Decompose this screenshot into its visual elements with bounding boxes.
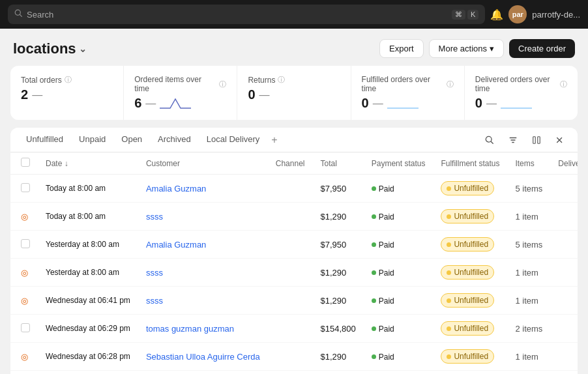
row-customer[interactable]: ssss [138,203,268,231]
row-customer[interactable]: Sebastian Ulloa Aguirre Cerda [138,343,268,371]
table-row[interactable]: ◎Yesterday at 8:00 amssss$1,290PaidUnful… [10,259,578,287]
nav-right: 🔔 par parrotfy-de... [490,5,580,23]
payment-label: Paid [379,184,394,194]
orders-table-container: Date ↓ Customer Channel Total Payment st… [10,152,578,374]
stat-total-orders-label: Total orders [21,76,62,85]
row-channel [268,175,313,203]
select-all-checkbox[interactable] [21,158,30,167]
col-total[interactable]: Total [312,152,363,175]
row-delivery-status [550,287,578,315]
sort-button[interactable] [550,130,570,150]
fulfillment-label: Unfulfilled [454,184,488,193]
row-customer[interactable]: Amalia Guzman [138,175,268,203]
row-delivery-status [550,231,578,259]
tab-unpaid[interactable]: Unpaid [71,128,113,152]
stat-fulfilled-orders-dash: — [373,98,383,109]
row-date: Wednesday at 06:28 pm [38,343,138,371]
col-payment-status[interactable]: Payment status [364,152,434,175]
search-orders-button[interactable] [480,130,499,150]
col-channel[interactable]: Channel [268,152,313,175]
columns-button[interactable] [527,130,546,150]
search-icon [14,9,23,20]
table-row[interactable]: Today at 8:00 amAmalia Guzman$7,950PaidU… [10,175,578,203]
row-payment-status: Paid [364,259,434,287]
row-total: $154,800 [312,371,363,375]
payment-label: Paid [379,296,394,306]
row-customer[interactable]: ssss [138,259,268,287]
payment-label: Paid [379,212,394,222]
delivered-orders-chart [501,96,532,111]
stat-ordered-items-info-icon: ⓘ [219,79,226,89]
row-channel [268,287,313,315]
stat-ordered-items-dash: — [145,98,156,109]
row-total: $1,290 [312,259,363,287]
location-icon: ◎ [21,268,28,278]
table-row[interactable]: Wednesday at 06:29 pmtomas guzman guzman… [10,315,578,343]
tab-add-button[interactable]: + [267,129,281,151]
row-payment-status: Paid [364,231,434,259]
tabs-container: Unfulfilled Unpaid Open Archived Local D… [10,128,578,152]
row-channel [268,231,313,259]
avatar[interactable]: par [508,5,527,23]
tab-archived[interactable]: Archived [150,128,199,152]
col-fulfillment-status[interactable]: Fulfillment status [433,152,507,175]
more-actions-button[interactable]: More actions ▾ [429,39,504,58]
fulfillment-label: Unfulfilled [454,240,488,249]
export-button[interactable]: Export [379,39,424,58]
top-navigation: Search ⌘ K 🔔 par parrotfy-de... [0,0,588,29]
row-payment-status: Paid [364,175,434,203]
row-customer[interactable]: daniela back [138,371,268,375]
col-customer[interactable]: Customer [138,152,268,175]
row-channel [268,343,313,371]
row-customer[interactable]: Amalia Guzman [138,231,268,259]
row-customer[interactable]: ssss [138,287,268,315]
table-row[interactable]: Yesterday at 8:00 amAmalia Guzman$7,950P… [10,231,578,259]
create-order-button[interactable]: Create order [509,39,575,58]
payment-label: Paid [379,240,394,250]
table-row[interactable]: ◎Today at 8:00 amssss$1,290PaidUnfulfill… [10,203,578,231]
row-items: 2 items [507,371,550,375]
kbd-cmd: ⌘ [452,10,465,20]
col-delivery-status[interactable]: Delivery status [550,152,578,175]
row-checkbox[interactable] [21,183,30,192]
row-total: $7,950 [312,175,363,203]
search-bar[interactable]: Search ⌘ K [8,5,485,24]
location-icon: ◎ [21,212,28,222]
table-row[interactable]: ◎Wednesday at 06:41 pmssss$1,290PaidUnfu… [10,287,578,315]
row-payment-status: Paid [364,287,434,315]
row-customer[interactable]: tomas guzman guzman [138,315,268,343]
notification-icon[interactable]: 🔔 [490,8,503,21]
tab-local-delivery[interactable]: Local Delivery [199,128,268,152]
store-name: parrotfy-de... [532,10,580,20]
svg-rect-9 [533,136,536,143]
row-checkbox[interactable] [21,239,30,248]
stat-returns-value: 0 [248,87,255,102]
payment-dot [372,298,376,303]
row-fulfillment-status: Unfulfilled [433,175,507,203]
row-checkbox-cell [10,231,38,259]
row-total: $7,950 [312,231,363,259]
table-row[interactable]: ◎Wednesday at 06:28 pmSebastian Ulloa Ag… [10,343,578,371]
row-items: 1 item [507,203,550,231]
table-row[interactable]: ◎Wednesday at 06:20 pmdaniela back$154,8… [10,371,578,375]
payment-dot [372,270,376,275]
stat-total-orders-info-icon: ⓘ [65,75,72,85]
fulfillment-label: Unfulfilled [454,212,488,221]
page-title-chevron-icon[interactable]: ⌄ [79,44,87,54]
filter-button[interactable] [503,130,523,150]
col-date[interactable]: Date ↓ [38,152,138,175]
header-bar: locations ⌄ Export More actions ▾ Create… [0,29,588,66]
stat-total-orders-dash: — [32,89,42,101]
stat-ordered-items: Ordered items over time ⓘ 6 — [124,66,237,120]
row-checkbox-cell: ◎ [10,203,38,231]
payment-dot [372,242,376,247]
row-checkbox-cell: ◎ [10,287,38,315]
col-items[interactable]: Items [507,152,550,175]
row-delivery-status [550,203,578,231]
stat-delivered-orders-value: 0 [475,96,482,111]
payment-dot [372,186,376,191]
tab-open[interactable]: Open [113,128,150,152]
tab-unfulfilled[interactable]: Unfulfilled [18,128,71,152]
row-fulfillment-status: Unfulfilled [433,343,507,371]
row-checkbox[interactable] [21,323,30,332]
